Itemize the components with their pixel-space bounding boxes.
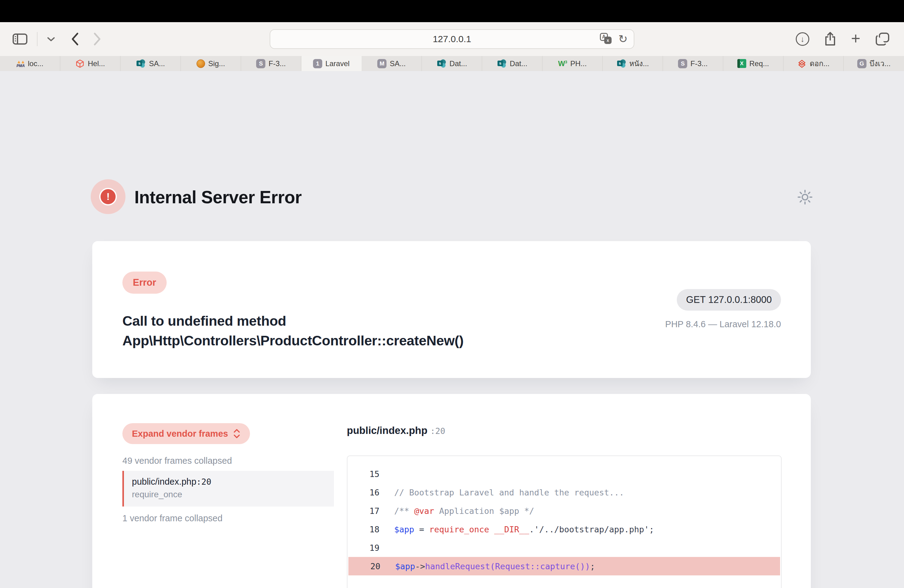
sidebar-icon[interactable]: [12, 33, 28, 45]
url-text: 127.0.0.1: [433, 34, 471, 44]
tab-3[interactable]: sSA...: [120, 56, 181, 71]
stack-frame-item[interactable]: public/index.php:20 require_once: [122, 471, 334, 506]
address-bar[interactable]: 127.0.0.1 A x ↻: [270, 29, 634, 49]
request-badge: GET 127.0.0.1:8000: [677, 289, 781, 311]
red-chevrons-icon: [797, 59, 806, 68]
tab-label: Laravel: [325, 59, 349, 68]
sharepoint-icon: s: [136, 59, 146, 69]
orange-badge-icon: [196, 59, 205, 68]
alert-icon: !: [91, 179, 125, 214]
code-text: // Bootstrap Laravel and handle the requ…: [394, 488, 624, 497]
letter-badge-icon: S: [256, 59, 266, 68]
excel-icon: X: [737, 59, 746, 68]
laravel-icon: [75, 59, 85, 68]
error-message: Call to undefined method App\Http\Contro…: [122, 311, 464, 351]
tab-9[interactable]: sDat...: [482, 56, 542, 71]
translate-icon[interactable]: A x: [600, 32, 613, 46]
version-info: PHP 8.4.6 — Laravel 12.18.0: [665, 319, 781, 329]
code-line-16: 16// Bootstrap Laravel and handle the re…: [348, 483, 781, 501]
line-number: 17: [348, 506, 379, 516]
tab-1[interactable]: ▲▲PMAloc...: [0, 56, 60, 71]
tab-6-active[interactable]: 1Laravel: [301, 56, 362, 71]
sharepoint-icon: s: [616, 59, 626, 69]
download-icon[interactable]: ↓: [796, 32, 809, 46]
forward-icon[interactable]: [93, 32, 102, 46]
code-snippet: 1516// Bootstrap Laravel and handle the …: [347, 455, 782, 588]
code-line-15: 15: [348, 465, 781, 483]
error-page: ! Internal Server Error Error Call to un…: [0, 71, 904, 588]
letter-badge-icon: 1: [313, 59, 322, 68]
tab-label: ดอก...: [809, 57, 830, 70]
expand-chevrons-icon: [233, 428, 240, 439]
code-text: $app->handleRequest(Request::capture());: [395, 561, 595, 571]
error-type-badge: Error: [122, 272, 167, 294]
code-text: /** @var Application $app */: [394, 506, 534, 516]
tab-label: PH...: [571, 59, 587, 68]
tab-5[interactable]: SF-3...: [241, 56, 301, 71]
vendor-frames-collapsed-top: 49 vendor frames collapsed: [122, 456, 232, 466]
tab-label: Sig...: [208, 59, 225, 68]
tab-label: SA...: [149, 59, 165, 68]
w3schools-icon: W3: [558, 60, 567, 67]
tab-label: Dat...: [450, 59, 467, 68]
tab-label: loc...: [28, 59, 43, 68]
sharepoint-icon: s: [437, 59, 446, 69]
reload-icon[interactable]: ↻: [618, 33, 627, 44]
tab-10[interactable]: W3PH...: [542, 56, 603, 71]
vendor-frames-collapsed-bottom: 1 vendor frame collapsed: [122, 513, 223, 523]
code-line-20-highlighted: 20$app->handleRequest(Request::capture()…: [348, 557, 780, 575]
letter-badge-icon: S: [678, 59, 687, 68]
frame-file: public/index.php:20: [132, 477, 334, 487]
code-line-18: 18$app = require_once __DIR__.'/../boots…: [348, 520, 781, 539]
tab-8[interactable]: sDat...: [422, 56, 482, 71]
toolbar-divider: [37, 32, 38, 46]
tab-11[interactable]: sหนัง...: [603, 56, 663, 71]
tab-13[interactable]: XReq...: [723, 56, 784, 71]
tab-overview-icon[interactable]: [875, 32, 890, 46]
theme-toggle-sun-icon[interactable]: [797, 189, 813, 205]
browser-toolbar: 127.0.0.1 A x ↻ ↓ +: [0, 22, 904, 56]
code-line-19: 19: [348, 539, 781, 557]
tab-label: Req...: [749, 59, 769, 68]
tab-label: F-3...: [269, 59, 286, 68]
exclamation-icon: !: [99, 188, 117, 205]
tab-label: F-3...: [690, 59, 708, 68]
code-file-header: public/index.php :20: [347, 425, 445, 436]
tab-label: Dat...: [510, 59, 527, 68]
tab-15[interactable]: Gบึงเว...: [844, 56, 904, 71]
line-number: 19: [348, 543, 379, 553]
line-number: 20: [348, 561, 380, 571]
code-text: $app = require_once __DIR__.'/../bootstr…: [394, 525, 654, 534]
tab-label: บึงเว...: [869, 57, 891, 70]
macos-menubar: [0, 0, 904, 22]
share-icon[interactable]: [824, 32, 836, 47]
line-number: 16: [348, 488, 379, 497]
tab-12[interactable]: SF-3...: [663, 56, 723, 71]
tab-14[interactable]: ดอก...: [784, 56, 844, 71]
error-summary-card: Error Call to undefined method App\Http\…: [92, 241, 811, 378]
screen: 127.0.0.1 A x ↻ ↓ + ▲▲PMAloc...Hel...sSA…: [0, 0, 904, 588]
stack-trace-card: Expand vendor frames 49 vendor frames co…: [92, 394, 811, 588]
letter-badge-icon: G: [857, 59, 866, 68]
back-icon[interactable]: [70, 32, 79, 46]
tab-label: SA...: [390, 59, 406, 68]
frame-method: require_once: [132, 490, 334, 499]
line-number: 15: [348, 469, 379, 479]
sharepoint-icon: s: [497, 59, 507, 69]
code-line-17: 17/** @var Application $app */: [348, 501, 781, 520]
expand-vendor-frames-button[interactable]: Expand vendor frames: [122, 423, 250, 444]
letter-badge-icon: M: [377, 59, 387, 68]
tab-label: Hel...: [88, 59, 105, 68]
new-tab-icon[interactable]: +: [851, 30, 860, 46]
tab-4[interactable]: Sig...: [181, 56, 241, 71]
chevron-down-icon[interactable]: [47, 36, 55, 42]
page-title: Internal Server Error: [134, 187, 302, 207]
error-message-line1: Call to undefined method: [122, 311, 464, 331]
error-message-line2: App\Http\Controllers\ProductController::…: [122, 331, 464, 351]
tab-2[interactable]: Hel...: [60, 56, 120, 71]
phpmyadmin-icon: ▲▲PMA: [17, 59, 25, 68]
tab-7[interactable]: MSA...: [362, 56, 422, 71]
tab-bar: ▲▲PMAloc...Hel...sSA...Sig...SF-3...1Lar…: [0, 56, 904, 71]
tab-label: หนัง...: [629, 57, 649, 70]
line-number: 18: [348, 525, 379, 534]
